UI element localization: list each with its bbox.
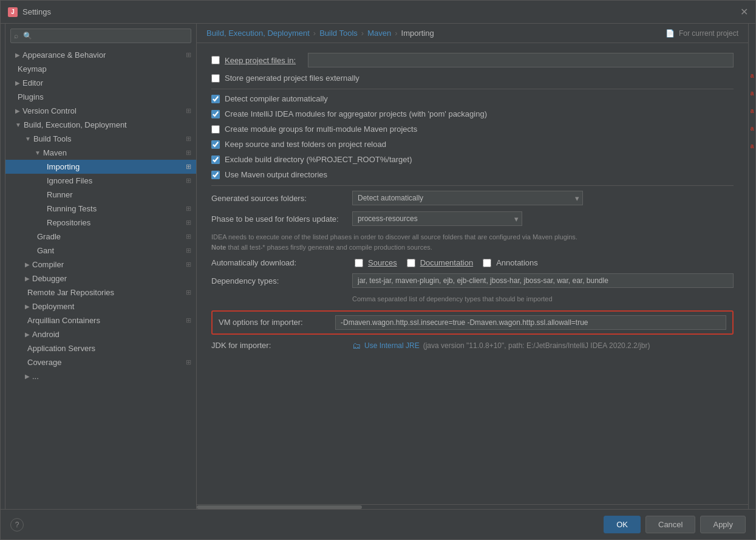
gen-sources-select-wrapper: Detect automatically Sources root Genera… — [352, 191, 583, 205]
arrow-icon: ▶ — [15, 80, 20, 86]
vm-options-input[interactable] — [335, 315, 726, 330]
sidebar-item-appearance[interactable]: ▶ Appearance & Behavior ⊞ — [5, 48, 196, 62]
breadcrumb-part-4: Importing — [401, 29, 434, 38]
annotations-label[interactable]: Annotations — [483, 258, 538, 267]
edge-letter-2[interactable]: a — [749, 90, 755, 97]
sidebar-item-label: Arquillian Containers — [27, 316, 100, 325]
keep-source-checkbox[interactable] — [211, 140, 220, 149]
sidebar-item-importing[interactable]: Importing ⊞ — [5, 160, 196, 174]
breadcrumb-part-1: Build, Execution, Deployment — [206, 29, 310, 38]
exclude-build-row: Exclude build directory (%PROJECT_ROOT%/… — [211, 155, 734, 164]
maven-output-checkbox[interactable] — [211, 171, 220, 179]
breadcrumb-part-3: Maven — [367, 29, 391, 38]
maven-output-text: Use Maven output directories — [225, 170, 327, 179]
ok-button[interactable]: OK — [604, 516, 641, 533]
sidebar-item-label: Importing — [47, 162, 80, 171]
detect-compiler-label[interactable]: Detect compiler automatically — [211, 94, 328, 103]
maven-output-label[interactable]: Use Maven output directories — [211, 170, 327, 179]
gen-sources-select[interactable]: Detect automatically Sources root Genera… — [352, 191, 583, 205]
help-button[interactable]: ? — [10, 518, 24, 531]
dialog-title: Settings — [22, 7, 51, 16]
sidebar-item-more[interactable]: ▶ ... — [5, 369, 196, 383]
detect-compiler-row: Detect compiler automatically — [211, 94, 734, 103]
sidebar-item-coverage[interactable]: Coverage ⊞ — [5, 355, 196, 369]
sidebar-item-label: Gradle — [37, 232, 61, 241]
jdk-value: 🗂 Use Internal JRE (java version "11.0.8… — [352, 341, 650, 350]
documentation-label[interactable]: Documentation — [407, 258, 473, 267]
sidebar-item-plugins[interactable]: Plugins — [5, 90, 196, 104]
arrow-icon: ▶ — [25, 373, 30, 380]
create-modules-row: Create IntelliJ IDEA modules for aggrega… — [211, 109, 734, 118]
sidebar-item-running-tests[interactable]: Running Tests ⊞ — [5, 202, 196, 216]
annotations-text: Annotations — [496, 258, 538, 267]
sidebar-item-build-exec[interactable]: ▼ Build, Execution, Deployment — [5, 118, 196, 132]
sidebar-item-compiler[interactable]: ▶ Compiler ⊞ — [5, 258, 196, 272]
edge-letter-4[interactable]: a — [749, 125, 755, 132]
sidebar-item-version-control[interactable]: ▶ Version Control ⊞ — [5, 104, 196, 118]
arrow-icon: ▶ — [25, 303, 30, 310]
sidebar-item-gradle[interactable]: Gradle ⊞ — [5, 230, 196, 244]
keep-files-input[interactable] — [308, 53, 734, 67]
store-external-checkbox[interactable] — [211, 74, 220, 83]
phase-select[interactable]: process-resources generate-sources proce… — [352, 211, 522, 226]
cancel-button[interactable]: Cancel — [645, 516, 695, 533]
create-modules-checkbox[interactable] — [211, 110, 220, 118]
sidebar-item-build-tools[interactable]: ▼ Build Tools ⊞ — [5, 132, 196, 146]
keep-files-text: Keep project files in: — [225, 56, 296, 65]
sidebar-item-label: Appearance & Behavior — [22, 50, 106, 60]
detect-compiler-text: Detect compiler automatically — [225, 94, 328, 103]
detect-compiler-checkbox[interactable] — [211, 95, 220, 103]
breadcrumb-part-2: Build Tools — [319, 29, 358, 38]
dep-types-input[interactable] — [352, 273, 734, 288]
sidebar-item-gant[interactable]: Gant ⊞ — [5, 244, 196, 258]
keep-source-label[interactable]: Keep source and test folders on project … — [211, 140, 386, 149]
sidebar-item-maven[interactable]: ▼ Maven ⊞ — [5, 146, 196, 160]
search-input[interactable] — [10, 29, 191, 43]
sidebar-item-editor[interactable]: ▶ Editor — [5, 76, 196, 90]
create-groups-label[interactable]: Create module groups for multi-module Ma… — [211, 125, 417, 134]
edge-letter-3[interactable]: a — [749, 108, 755, 114]
phase-row: Phase to be used for folders update: pro… — [211, 211, 734, 226]
settings-icon: ⊞ — [186, 316, 191, 324]
sidebar-item-repositories[interactable]: Repositories ⊞ — [5, 216, 196, 230]
sidebar-item-ignored-files[interactable]: Ignored Files ⊞ — [5, 174, 196, 188]
sources-label[interactable]: Sources — [355, 258, 397, 267]
sidebar: ⌕ ▶ Appearance & Behavior ⊞ Keymap ▶ Edi… — [5, 24, 197, 509]
sidebar-item-keymap[interactable]: Keymap — [5, 62, 196, 76]
sidebar-item-debugger[interactable]: ▶ Debugger — [5, 272, 196, 285]
sidebar-item-arquillian[interactable]: Arquillian Containers ⊞ — [5, 313, 196, 327]
breadcrumb-sep-2: › — [361, 29, 364, 38]
keep-files-label[interactable]: Keep project files in: — [211, 56, 296, 65]
sidebar-item-remote-jar[interactable]: Remote Jar Repositories ⊞ — [5, 285, 196, 299]
sidebar-item-label: Coverage — [27, 358, 61, 367]
jdk-icon: 🗂 — [352, 341, 361, 350]
exclude-build-label[interactable]: Exclude build directory (%PROJECT_ROOT%/… — [211, 155, 412, 164]
edge-letter-1[interactable]: a — [749, 72, 755, 79]
horizontal-scrollbar[interactable] — [197, 504, 748, 509]
sources-checkbox[interactable] — [355, 259, 363, 267]
exclude-build-checkbox[interactable] — [211, 156, 220, 164]
create-groups-checkbox[interactable] — [211, 125, 220, 134]
sidebar-item-app-servers[interactable]: Application Servers — [5, 341, 196, 355]
sidebar-item-label: Deployment — [32, 302, 74, 311]
for-project-label: 📄 For current project — [666, 29, 738, 38]
store-external-label[interactable]: Store generated project files externally — [211, 73, 359, 83]
sidebar-item-deployment[interactable]: ▶ Deployment — [5, 299, 196, 313]
settings-icon: ⊞ — [186, 247, 191, 255]
settings-icon: ⊞ — [186, 107, 191, 115]
documentation-checkbox[interactable] — [407, 259, 415, 267]
separator-1 — [211, 89, 734, 89]
breadcrumb-sep-3: › — [395, 29, 397, 38]
apply-button[interactable]: Apply — [700, 516, 746, 533]
annotations-checkbox[interactable] — [483, 259, 491, 267]
arrow-icon: ▼ — [25, 135, 31, 142]
info-text-note: Note — [211, 244, 226, 251]
keep-files-checkbox[interactable] — [211, 56, 220, 64]
close-button[interactable]: ✕ — [740, 7, 748, 17]
edge-letter-5[interactable]: a — [749, 143, 755, 149]
create-modules-label[interactable]: Create IntelliJ IDEA modules for aggrega… — [211, 109, 487, 118]
sidebar-item-runner[interactable]: Runner — [5, 188, 196, 202]
arrow-icon: ▼ — [15, 121, 21, 128]
sidebar-item-android[interactable]: ▶ Android — [5, 327, 196, 341]
sidebar-item-label: Debugger — [32, 274, 67, 283]
